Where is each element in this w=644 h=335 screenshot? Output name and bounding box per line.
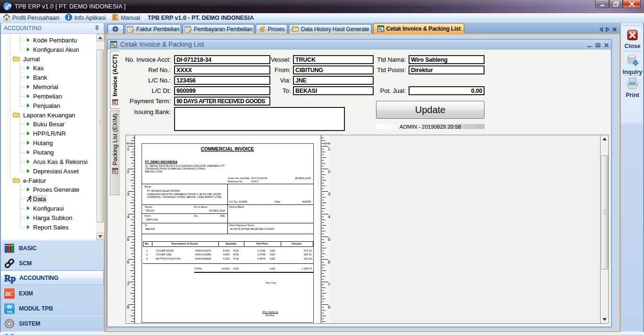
preview-scroll-down-icon[interactable] [601,316,608,323]
form-field[interactable]: 123456 [174,76,270,85]
database-icon [627,54,639,68]
tree-item-e-faktur[interactable]: e-Faktur [0,176,96,185]
tree-item-laporan-keuangan[interactable]: Laporan Keuangan [0,110,96,120]
tree-item-arus-kas-rekonsi[interactable]: Arus Kas & Rekonsi [0,157,96,166]
tab-label: Proses [268,26,284,33]
invoice-window-icon [110,41,117,48]
module-button-scm[interactable]: SCM [0,255,104,270]
preview-scrollbar[interactable] [600,135,608,323]
tree-item-proses-generate[interactable]: Proses Generate [0,185,96,194]
form-field[interactable]: 0.00 [409,86,485,95]
left-ruler[interactable]: 12345678 [126,135,135,323]
print-button[interactable]: Print [621,78,644,98]
form-field[interactable]: 900099 [174,86,270,95]
doc-lc: L/C No. 123456 [229,200,248,203]
doc-row-unit: PCE [234,257,239,260]
tree-item-memorial[interactable]: Memorial [0,82,96,91]
margin-drag-handle-icon[interactable] [126,141,134,146]
form-field[interactable] [174,107,345,131]
child-close-icon[interactable] [604,41,609,49]
tree-item-kode-pembantu[interactable]: Kode Pembantu [0,35,96,45]
tree-item-bank[interactable]: Bank [0,73,96,82]
tree-item-buku-besar[interactable]: Buku Besar [0,119,96,129]
tab-scroll-right-icon[interactable] [606,25,610,33]
window-titlebar[interactable]: TPB ERP v1.0 [ PT. DEMO INDONESIA ] [0,0,644,13]
form-field[interactable]: XXXX [174,65,270,74]
tree-item-harga-subkon[interactable]: Harga Subkon [0,213,96,222]
form-field[interactable]: Wiro Sableng [409,55,485,64]
module-button-modul-tpb[interactable]: TPBMODUL TPB [0,301,104,316]
tree-item-report-sales[interactable]: Report Sales [0,222,96,232]
tree-item-penjualan[interactable]: Penjualan [0,101,96,110]
module-button-exim[interactable]: BCEXIM [0,286,104,301]
tree-item-konfigurasi[interactable]: Konfigurasi [0,204,96,213]
green-arrow-icon [26,103,30,108]
tree-item-depresiasi-asset[interactable]: Depresiasi Asset [0,166,96,176]
form-field[interactable]: Direktur [409,65,485,74]
doc-row-code: AK63-01607A [195,249,211,252]
tree-item-hutang[interactable]: Hutang [0,138,96,147]
form-field[interactable]: 90 DAYS AFTER RECEIVED GOODS [174,97,270,106]
preview-scrollbar-thumb[interactable] [601,155,608,270]
tree-item-hpp-lr-nr[interactable]: HPP/LR/NR [0,129,96,138]
doc-total-qty: 14,520 [213,267,230,270]
green-arrow-icon [26,47,30,52]
close-button[interactable] [623,0,641,8]
module-button-sistem[interactable]: SISTEM [0,316,104,331]
form-field[interactable]: TRUCK [293,55,374,64]
sidebar: ACCOUNTING Kode PembantuKonfigurasi Akun… [0,23,104,331]
close-button[interactable]: Close [621,30,644,49]
tab-proses[interactable]: Proses [256,24,287,34]
doc-buyer-address: KAWASAN INDUSTRI JABABEKA TAHAP 3, BLOK … [147,193,225,199]
form-field[interactable]: BEKASI [293,86,374,95]
tab-gear[interactable] [108,24,124,34]
tab-data-history-hasil-generate[interactable]: Data History Hasil Generate [289,24,372,34]
books-icon [4,243,15,254]
module-button-basic[interactable]: BASIC [0,240,104,255]
margin-drag-handle-icon[interactable] [323,141,331,146]
tree-item-label: Konfigurasi Akun [32,45,81,53]
doc-buyer-name: PT. BONDUN ELEKTRONIK [147,189,180,192]
tab-faktur-pembelian[interactable]: Faktur Pembelian [125,24,181,34]
update-status-text: ADMIN - 20190829 20:58 [376,124,485,129]
tree-item-label: Harga Subkon [32,213,74,221]
form-field[interactable]: DI-071218-34 [174,55,270,64]
tree-item-kas[interactable]: Kas [0,63,96,73]
green-arrow-icon [26,206,30,211]
toolbar-item-manual[interactable]: ?Manual [109,13,143,23]
right-ruler[interactable]: 12345678 [318,135,330,323]
form-field[interactable]: JNE [293,76,374,85]
tree-item-data[interactable]: Data [0,194,96,204]
inquiry-button[interactable]: Inquiry [621,54,644,75]
child-window-titlebar[interactable]: Cetak Invoice & Packing List [108,40,611,49]
toolbar-item-profil-perusahaan[interactable]: Profil Perusahaan [0,13,62,23]
scroll-up-icon[interactable] [96,34,104,41]
scrollbar-thumb[interactable] [97,49,104,222]
doc-lc-date-label: Date [275,200,281,203]
update-button[interactable]: Update [376,101,485,119]
module-button-accounting[interactable]: RpACCOUNTING [0,270,104,286]
panel-drag-handle[interactable] [623,25,642,26]
main-toolbar: Profil PerusahaanInfo Aplikasi?ManualTPB… [0,13,644,23]
pin-icon[interactable] [94,25,100,32]
tree-scrollbar[interactable] [96,34,104,240]
tree-item-jurnal[interactable]: Jurnal [0,54,96,64]
child-minimize-icon[interactable] [587,41,592,49]
child-restore-icon[interactable] [595,41,601,49]
minimize-button[interactable] [595,0,609,8]
tree-item-piutang[interactable]: Piutang [0,147,96,157]
maximize-button[interactable] [609,0,623,8]
scroll-down-icon[interactable] [96,233,104,240]
form-field[interactable]: CIBITUNG [293,65,374,74]
preview-scroll-up-icon[interactable] [601,135,608,143]
tab-close-icon[interactable] [612,25,617,33]
tab-scroll-left-icon[interactable] [599,25,603,33]
form-label: No. Invoice Acct: [108,56,171,63]
open-folder-icon [292,25,299,33]
tree-item-konfigurasi-akun[interactable]: Konfigurasi Akun [0,45,96,54]
tab-cetak-invoice-packing-list[interactable]: Cetak Invoice & Packing List [373,23,464,34]
doc-buyer-label: Buyer : [145,185,153,188]
toolbar-item-info-aplikasi[interactable]: Info Aplikasi [62,13,109,23]
tree-item-pembelian[interactable]: Pembelian [0,91,96,101]
tab-pembayaran-pembelian[interactable]: Pembayaran Pembelian [183,24,254,34]
